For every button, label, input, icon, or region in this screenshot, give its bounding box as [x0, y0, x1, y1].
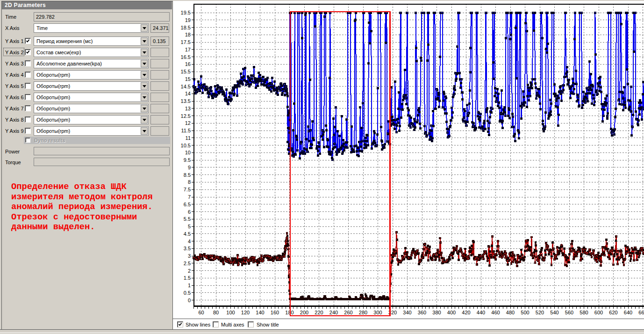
svg-text:8: 8: [188, 179, 191, 185]
svg-text:9.5: 9.5: [184, 157, 191, 163]
svg-text:140: 140: [256, 310, 264, 315]
svg-text:400: 400: [447, 310, 456, 315]
svg-text:540: 540: [550, 310, 558, 315]
svg-text:11: 11: [186, 135, 191, 141]
svg-text:1.5: 1.5: [184, 275, 191, 281]
svg-text:18: 18: [185, 32, 191, 37]
svg-text:7.5: 7.5: [184, 187, 191, 192]
svg-text:580: 580: [580, 310, 588, 315]
svg-text:12.5: 12.5: [181, 113, 191, 119]
svg-text:520: 520: [536, 310, 544, 315]
svg-text:7: 7: [188, 194, 191, 200]
svg-text:6.5: 6.5: [184, 202, 191, 207]
svg-text:3: 3: [188, 253, 191, 259]
svg-text:17: 17: [185, 47, 191, 52]
svg-text:420: 420: [462, 310, 470, 315]
svg-text:14: 14: [185, 91, 191, 96]
svg-text:13: 13: [185, 106, 191, 111]
svg-text:260: 260: [344, 310, 352, 315]
svg-text:15: 15: [185, 76, 191, 82]
svg-text:160: 160: [271, 310, 279, 315]
svg-text:200: 200: [300, 310, 308, 315]
svg-text:2: 2: [188, 268, 191, 274]
svg-text:13.5: 13.5: [181, 98, 191, 104]
svg-text:10.5: 10.5: [181, 143, 191, 148]
svg-text:18.5: 18.5: [181, 25, 191, 30]
svg-text:14.5: 14.5: [181, 84, 191, 89]
svg-text:8.5: 8.5: [184, 172, 191, 178]
svg-text:340: 340: [403, 310, 411, 315]
svg-text:360: 360: [418, 310, 426, 315]
svg-text:80: 80: [213, 310, 219, 315]
svg-text:17.5: 17.5: [181, 39, 191, 45]
svg-text:300: 300: [373, 310, 382, 315]
svg-text:0.5: 0.5: [184, 290, 191, 296]
svg-text:500: 500: [521, 310, 529, 315]
svg-text:440: 440: [477, 310, 485, 315]
svg-text:2.5: 2.5: [184, 261, 191, 266]
svg-text:12: 12: [185, 120, 191, 126]
svg-text:220: 220: [315, 310, 323, 315]
svg-text:0: 0: [188, 298, 191, 303]
svg-text:100: 100: [226, 310, 235, 315]
svg-text:15.5: 15.5: [181, 69, 191, 74]
svg-text:4.5: 4.5: [184, 231, 191, 237]
svg-text:1: 1: [188, 283, 191, 288]
svg-text:280: 280: [359, 310, 367, 315]
svg-text:16: 16: [185, 61, 191, 67]
svg-text:16.5: 16.5: [181, 54, 191, 60]
svg-text:240: 240: [329, 310, 338, 315]
svg-text:640: 640: [624, 310, 632, 315]
svg-text:380: 380: [432, 310, 441, 315]
svg-text:660: 660: [638, 310, 644, 315]
svg-text:460: 460: [491, 310, 500, 315]
svg-text:19.5: 19.5: [181, 10, 191, 15]
svg-text:480: 480: [506, 310, 515, 315]
svg-text:600: 600: [594, 310, 603, 315]
svg-text:9: 9: [188, 165, 191, 170]
svg-text:560: 560: [565, 310, 573, 315]
svg-text:120: 120: [241, 310, 250, 315]
svg-text:180: 180: [285, 310, 293, 315]
svg-text:19: 19: [185, 17, 191, 23]
svg-text:10: 10: [185, 150, 191, 155]
svg-text:620: 620: [609, 310, 617, 315]
svg-text:5: 5: [188, 224, 191, 229]
svg-text:6: 6: [188, 209, 191, 215]
svg-text:4: 4: [188, 239, 191, 244]
svg-text:3.5: 3.5: [184, 246, 191, 251]
svg-text:11.5: 11.5: [181, 128, 191, 133]
svg-text:5.5: 5.5: [184, 216, 191, 222]
svg-text:60: 60: [198, 310, 204, 315]
